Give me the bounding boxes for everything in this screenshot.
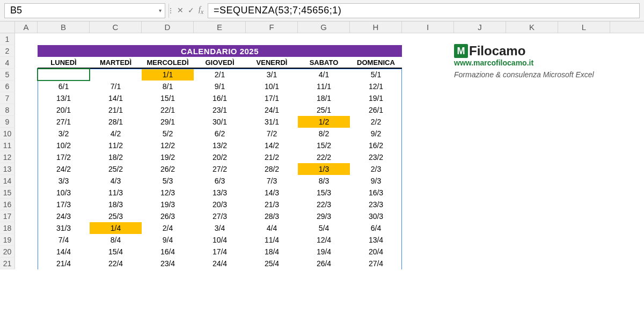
cell-B21[interactable]: 21/4	[38, 258, 90, 269]
cell-D19[interactable]: 9/4	[142, 234, 194, 246]
cell-F21[interactable]: 25/4	[246, 258, 298, 269]
row-header-15[interactable]: 15	[0, 187, 15, 199]
cell-A12[interactable]	[15, 151, 38, 163]
cell-J13[interactable]	[454, 163, 610, 175]
cell-F15[interactable]: 14/3	[246, 187, 298, 199]
cell-E10[interactable]: 6/2	[194, 128, 246, 140]
cell-C12[interactable]: 18/2	[90, 151, 142, 163]
cell-C7[interactable]: 14/1	[90, 92, 142, 104]
cell-A14[interactable]	[15, 175, 38, 187]
chevron-down-icon[interactable]: ▾	[159, 8, 162, 13]
col-header-K[interactable]: K	[506, 21, 558, 33]
row-header-14[interactable]: 14	[0, 175, 15, 187]
cancel-icon[interactable]: ✕	[177, 6, 184, 14]
cell-I10[interactable]	[402, 128, 454, 140]
row-header-21[interactable]: 21	[0, 258, 15, 269]
cell-B17[interactable]: 24/3	[38, 210, 90, 222]
row-header-4[interactable]: 4	[0, 57, 15, 69]
cell-G18[interactable]: 5/4	[298, 222, 350, 234]
cell-J12[interactable]	[454, 151, 610, 163]
cell-C16[interactable]: 18/3	[90, 199, 142, 210]
cell-A21[interactable]	[15, 258, 38, 269]
cell-I14[interactable]	[402, 175, 454, 187]
cell-F9[interactable]: 31/1	[246, 116, 298, 128]
cell-E15[interactable]: 13/3	[194, 187, 246, 199]
cell-E9[interactable]: 30/1	[194, 116, 246, 128]
cell-G14[interactable]: 8/3	[298, 175, 350, 187]
cell-C14[interactable]: 4/3	[90, 175, 142, 187]
cell-G20[interactable]: 19/4	[298, 246, 350, 258]
col-header-F[interactable]: F	[246, 21, 298, 33]
cell-H7[interactable]: 19/1	[350, 92, 402, 104]
cell-D11[interactable]: 12/2	[142, 140, 194, 151]
col-header-C[interactable]: C	[90, 21, 142, 33]
row-header-18[interactable]: 18	[0, 222, 15, 234]
cell-B18[interactable]: 31/3	[38, 222, 90, 234]
cell-G10[interactable]: 8/2	[298, 128, 350, 140]
cell-D7[interactable]: 15/1	[142, 92, 194, 104]
cell-G7[interactable]: 18/1	[298, 92, 350, 104]
cell-C11[interactable]: 11/2	[90, 140, 142, 151]
cell-H17[interactable]: 30/3	[350, 210, 402, 222]
cell-B7[interactable]: 13/1	[38, 92, 90, 104]
cell-A2[interactable]	[15, 45, 38, 57]
cell-B15[interactable]: 10/3	[38, 187, 90, 199]
cell-H13[interactable]: 2/3	[350, 163, 402, 175]
cell-A19[interactable]	[15, 234, 38, 246]
col-header-J[interactable]: J	[454, 21, 506, 33]
row-header-1[interactable]: 1	[0, 33, 15, 45]
col-header-E[interactable]: E	[194, 21, 246, 33]
col-header-A[interactable]: A	[15, 21, 38, 33]
cell-H16[interactable]: 23/3	[350, 199, 402, 210]
col-header-G[interactable]: G	[298, 21, 350, 33]
cell-D13[interactable]: 26/2	[142, 163, 194, 175]
cell-E11[interactable]: 13/2	[194, 140, 246, 151]
cell-A5[interactable]	[15, 69, 38, 80]
cell-F6[interactable]: 10/1	[246, 80, 298, 92]
cell-E5[interactable]: 2/1	[194, 69, 246, 80]
cell-B13[interactable]: 24/2	[38, 163, 90, 175]
cell-C10[interactable]: 4/2	[90, 128, 142, 140]
cell-A11[interactable]	[15, 140, 38, 151]
cell-C18[interactable]: 1/4	[90, 222, 142, 234]
cell-H20[interactable]: 20/4	[350, 246, 402, 258]
cell-F1[interactable]	[246, 33, 298, 45]
cell-I11[interactable]	[402, 140, 454, 151]
cell-C17[interactable]: 25/3	[90, 210, 142, 222]
col-header-L[interactable]: L	[558, 21, 610, 33]
cell-G16[interactable]: 22/3	[298, 199, 350, 210]
cell-B14[interactable]: 3/3	[38, 175, 90, 187]
cell-G13[interactable]: 1/3	[298, 163, 350, 175]
cell-J8[interactable]	[454, 104, 610, 116]
cell-G9[interactable]: 1/2	[298, 116, 350, 128]
row-header-5[interactable]: 5	[0, 69, 15, 80]
cell-B16[interactable]: 17/3	[38, 199, 90, 210]
cell-G5[interactable]: 4/1	[298, 69, 350, 80]
cell-A6[interactable]	[15, 80, 38, 92]
cell-E21[interactable]: 24/4	[194, 258, 246, 269]
cell-A16[interactable]	[15, 199, 38, 210]
cell-D9[interactable]: 29/1	[142, 116, 194, 128]
cell-C5[interactable]	[90, 69, 142, 80]
cell-C6[interactable]: 7/1	[90, 80, 142, 92]
brand-url[interactable]: www.marcofilocamo.it	[454, 57, 610, 69]
row-header-11[interactable]: 11	[0, 140, 15, 151]
cell-H11[interactable]: 16/2	[350, 140, 402, 151]
cell-A4[interactable]	[15, 57, 38, 69]
cell-H10[interactable]: 9/2	[350, 128, 402, 140]
cell-J9[interactable]	[454, 116, 610, 128]
cell-F16[interactable]: 21/3	[246, 199, 298, 210]
cell-I9[interactable]	[402, 116, 454, 128]
cell-H12[interactable]: 23/2	[350, 151, 402, 163]
cell-E1[interactable]	[194, 33, 246, 45]
cell-G6[interactable]: 11/1	[298, 80, 350, 92]
cell-I13[interactable]	[402, 163, 454, 175]
cell-J16[interactable]	[454, 199, 610, 210]
cell-D14[interactable]: 5/3	[142, 175, 194, 187]
cell-D17[interactable]: 26/3	[142, 210, 194, 222]
cell-F10[interactable]: 7/2	[246, 128, 298, 140]
cell-H8[interactable]: 26/1	[350, 104, 402, 116]
day-header-1[interactable]: MARTEDÌ	[90, 57, 142, 69]
cell-D18[interactable]: 2/4	[142, 222, 194, 234]
cell-I8[interactable]	[402, 104, 454, 116]
